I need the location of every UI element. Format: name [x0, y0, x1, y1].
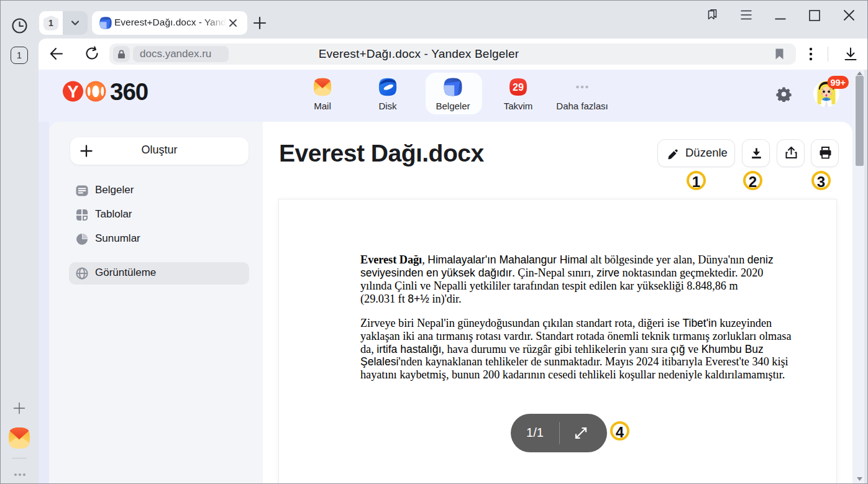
svg-text:Y: Y — [67, 83, 78, 101]
svg-text:29: 29 — [513, 82, 524, 93]
svg-text:360: 360 — [110, 81, 148, 105]
svg-text:99+: 99+ — [830, 78, 846, 88]
